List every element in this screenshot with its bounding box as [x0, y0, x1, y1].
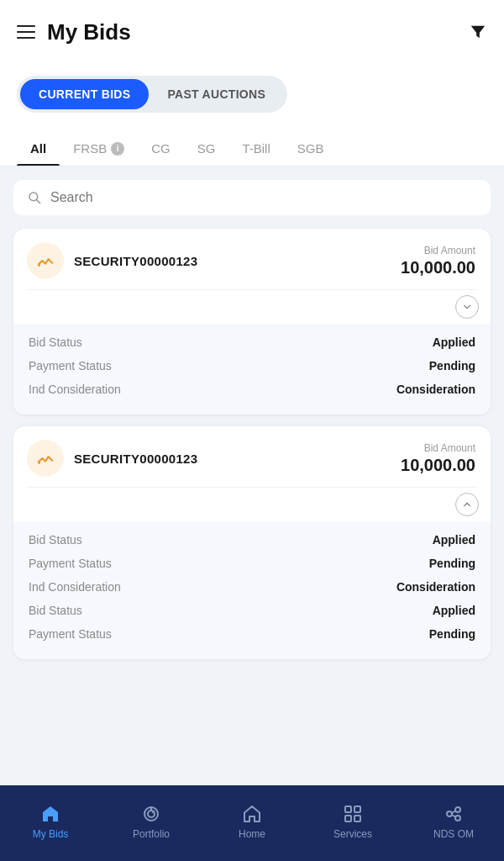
- tab-toggle-container: CURRENT BIDS PAST AUCTIONS: [0, 61, 504, 129]
- bid-amount-right-1: Bid Amount 10,000.00: [401, 245, 475, 277]
- bid-details-2: Bid Status Applied Payment Status Pendin…: [13, 521, 491, 659]
- nav-label-portfolio: Portfolio: [133, 828, 170, 840]
- detail-value-1-2: Consideration: [396, 383, 475, 396]
- security-name-2: SECURITY00000123: [74, 452, 197, 466]
- svg-rect-12: [345, 816, 351, 821]
- filter-tab-sgb[interactable]: SGB: [284, 129, 338, 166]
- detail-value-1-0: Applied: [433, 335, 475, 349]
- nav-label-my-bids: My Bids: [33, 828, 69, 840]
- bid-amount-label-1: Bid Amount: [401, 245, 475, 256]
- detail-row-2-1: Payment Status Pending: [29, 552, 475, 575]
- bid-amount-right-2: Bid Amount 10,000.00: [401, 442, 475, 475]
- detail-row-2-3: Bid Status Applied: [29, 599, 475, 622]
- detail-row-2-2: Ind Consideration Consideration: [29, 575, 475, 599]
- security-icon-1: [27, 242, 64, 279]
- expand-circle-1[interactable]: [455, 295, 479, 319]
- filter-tab-frsb[interactable]: FRSB i: [60, 129, 138, 166]
- home-icon: [241, 803, 263, 825]
- detail-value-2-4: Pending: [429, 627, 475, 641]
- bid-amount-value-2: 10,000.00: [401, 456, 475, 475]
- header: My Bids: [0, 0, 504, 61]
- frsb-info-icon[interactable]: i: [111, 142, 124, 156]
- svg-point-16: [455, 816, 460, 821]
- svg-line-2: [37, 200, 40, 203]
- bid-card-1: SECURITY00000123 Bid Amount 10,000.00 Bi…: [13, 229, 491, 415]
- detail-row-1-1: Payment Status Pending: [29, 354, 475, 378]
- svg-marker-0: [471, 26, 486, 39]
- bid-amount-value-1: 10,000.00: [401, 258, 475, 277]
- filter-icon[interactable]: [469, 23, 487, 41]
- detail-row-1-2: Ind Consideration Consideration: [29, 378, 475, 401]
- detail-row-1-0: Bid Status Applied: [29, 330, 475, 354]
- svg-point-4: [38, 462, 40, 464]
- svg-rect-13: [354, 816, 360, 821]
- detail-value-1-1: Pending: [429, 359, 475, 372]
- detail-value-2-3: Applied: [433, 604, 475, 617]
- detail-row-2-0: Bid Status Applied: [29, 528, 475, 552]
- detail-label-1-0: Bid Status: [29, 335, 82, 349]
- bid-card-header-2: SECURITY00000123 Bid Amount 10,000.00: [13, 426, 491, 487]
- my-bids-icon: [39, 803, 61, 825]
- services-icon: [342, 803, 364, 825]
- detail-label-2-3: Bid Status: [29, 604, 82, 617]
- svg-point-15: [455, 807, 460, 812]
- collapse-circle-2[interactable]: [455, 493, 479, 516]
- detail-row-2-4: Payment Status Pending: [29, 622, 475, 646]
- bid-card-2: SECURITY00000123 Bid Amount 10,000.00 Bi…: [13, 426, 491, 659]
- expand-btn-1: [13, 290, 491, 324]
- filter-tab-cg[interactable]: CG: [138, 129, 184, 166]
- cards-container: SECURITY00000123 Bid Amount 10,000.00 Bi…: [0, 222, 504, 666]
- svg-rect-10: [345, 806, 351, 812]
- svg-line-18: [452, 815, 455, 817]
- detail-label-2-4: Payment Status: [29, 627, 112, 641]
- nav-item-portfolio[interactable]: Portfolio: [101, 803, 202, 840]
- current-bids-tab[interactable]: CURRENT BIDS: [20, 79, 149, 109]
- security-name-1: SECURITY00000123: [74, 254, 197, 268]
- bid-card-left-1: SECURITY00000123: [27, 242, 197, 279]
- search-container: [0, 166, 504, 222]
- header-left: My Bids: [17, 19, 131, 45]
- search-input[interactable]: [50, 190, 477, 205]
- nav-label-services: Services: [333, 828, 372, 840]
- nav-item-nds-om[interactable]: NDS OM: [403, 803, 504, 840]
- detail-value-2-2: Consideration: [396, 580, 475, 594]
- svg-point-3: [38, 264, 40, 267]
- bid-details-1: Bid Status Applied Payment Status Pendin…: [13, 324, 491, 415]
- portfolio-icon: [140, 803, 162, 825]
- search-box: [13, 180, 491, 215]
- nds-om-icon: [443, 803, 465, 825]
- past-auctions-tab[interactable]: PAST AUCTIONS: [149, 79, 284, 109]
- bid-card-header-1: SECURITY00000123 Bid Amount 10,000.00: [13, 229, 491, 289]
- security-icon-2: [27, 440, 64, 477]
- nav-label-home: Home: [239, 828, 265, 840]
- nav-item-services[interactable]: Services: [302, 803, 403, 840]
- search-icon: [27, 190, 42, 205]
- nav-item-home[interactable]: Home: [202, 803, 302, 840]
- filter-tab-sg[interactable]: SG: [184, 129, 229, 166]
- filter-tab-all[interactable]: All: [17, 129, 60, 166]
- svg-marker-5: [43, 806, 58, 821]
- detail-value-2-0: Applied: [433, 533, 475, 547]
- detail-label-2-2: Ind Consideration: [29, 580, 121, 594]
- svg-line-17: [452, 811, 455, 814]
- bid-card-left-2: SECURITY00000123: [27, 440, 197, 477]
- nav-label-nds-om: NDS OM: [433, 828, 474, 840]
- expand-btn-2: [13, 488, 491, 521]
- nav-item-my-bids[interactable]: My Bids: [0, 803, 101, 840]
- bid-amount-label-2: Bid Amount: [401, 442, 475, 454]
- hamburger-menu[interactable]: [17, 25, 35, 39]
- svg-rect-11: [354, 806, 360, 812]
- detail-label-1-2: Ind Consideration: [29, 383, 121, 396]
- filter-tabs: All FRSB i CG SG T-Bill SGB: [0, 129, 504, 166]
- detail-label-1-1: Payment Status: [29, 359, 112, 372]
- detail-value-2-1: Pending: [429, 557, 475, 570]
- filter-tab-tbill[interactable]: T-Bill: [228, 129, 283, 166]
- svg-point-14: [447, 811, 452, 816]
- tab-toggle: CURRENT BIDS PAST AUCTIONS: [17, 76, 287, 113]
- bottom-nav: My Bids Portfolio Home: [0, 785, 504, 861]
- detail-label-2-0: Bid Status: [29, 533, 82, 547]
- page-title: My Bids: [47, 19, 131, 45]
- detail-label-2-1: Payment Status: [29, 557, 112, 570]
